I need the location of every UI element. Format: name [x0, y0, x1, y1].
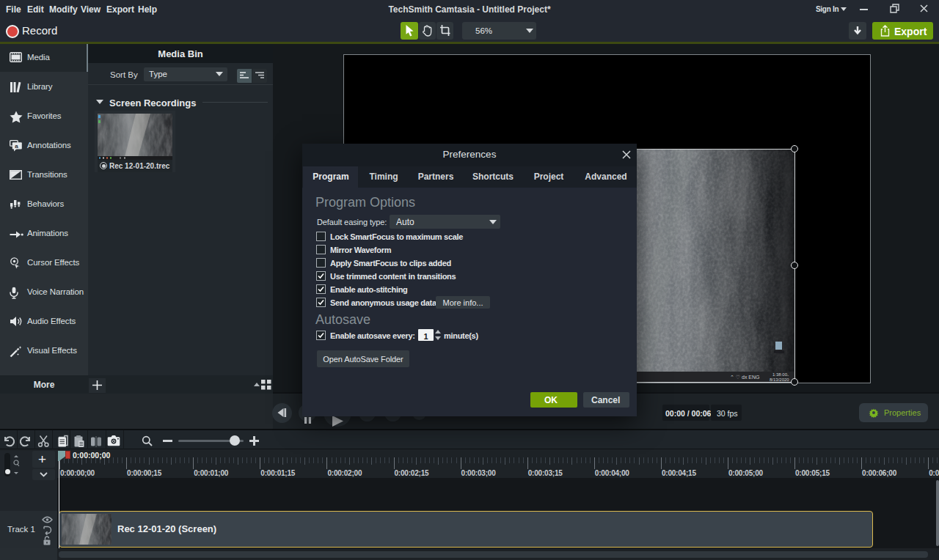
svg-text:a: a [15, 143, 18, 150]
svg-text:⌃ ♡ dx ENG: ⌃ ♡ dx ENG [730, 375, 760, 380]
svg-text:1:38:00: 1:38:00 [772, 372, 788, 377]
